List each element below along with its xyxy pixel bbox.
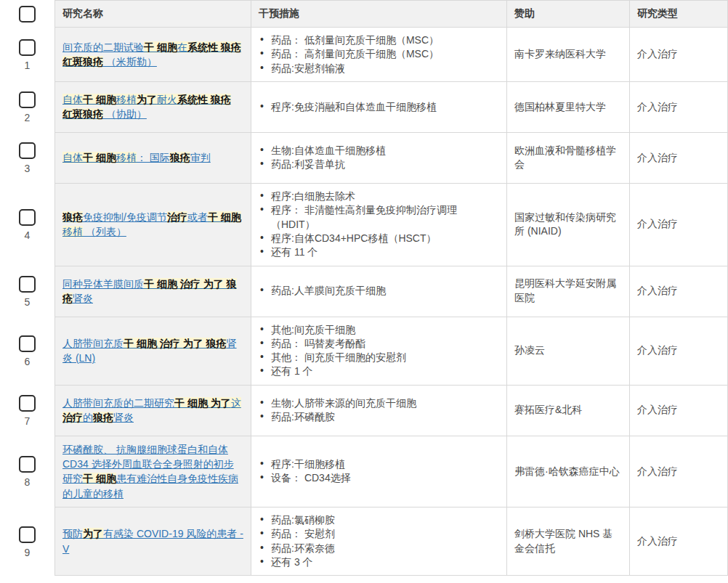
sponsor-name: 赛拓医疗&北科 — [514, 403, 582, 417]
study-title-link[interactable]: 自体干 细胞移植： 国际狼疮审判 — [62, 150, 211, 165]
row-select-cell: 3 — [0, 133, 54, 184]
highlighted-term: 干 细胞 — [208, 211, 241, 223]
highlighted-term: 狼疮 — [93, 412, 113, 423]
intervention-item: 生物:人脐带来源的间充质干细胞 — [259, 396, 416, 410]
highlighted-term: 狼疮 — [62, 211, 83, 223]
study-name-cell: 人脐带间充质干 细胞 治疗 为了 狼疮肾炎 (LN) — [54, 317, 251, 386]
title-text: 或者 — [187, 211, 208, 223]
table-row: 7人脐带间充质的二期研究干 细胞 为了这治疗的狼疮肾炎生物:人脐带来源的间充质干… — [0, 386, 728, 436]
study-title-link[interactable]: 自体干 细胞移植为了耐火系统性 狼疮 红斑狼疮 （协助） — [62, 92, 243, 122]
title-text: （列表） — [83, 226, 126, 237]
row-checkbox[interactable] — [19, 456, 36, 473]
title-text: 同种异体羊膜间质 — [62, 278, 144, 290]
column-header-study-type: 研究类型 — [629, 0, 728, 28]
intervention-item: 药品:利妥昔单抗 — [259, 158, 386, 171]
sponsor-name: 弗雷德·哈钦森癌症中心 — [514, 465, 620, 479]
row-checkbox[interactable] — [19, 209, 36, 226]
row-checkbox[interactable] — [19, 335, 36, 352]
interventions-cell: 程序:白细胞去除术程序： 非清髓性高剂量免疫抑制治疗调理（HDIT）程序:自体C… — [251, 184, 506, 266]
title-text: 肾炎 — [113, 412, 134, 423]
table-row: 3自体干 细胞移植： 国际狼疮审判生物:自体造血干细胞移植药品:利妥昔单抗欧洲血… — [0, 133, 728, 184]
study-name-cell: 狼疮免疫抑制/免疫调节治疗或者干 细胞移植 （列表） — [54, 184, 251, 266]
title-text: 肾炎 — [73, 293, 93, 304]
row-number: 5 — [25, 297, 31, 307]
row-checkbox[interactable] — [19, 91, 36, 108]
sponsor-name: 国家过敏和传染病研究所 (NIAID) — [514, 211, 622, 239]
study-name-cell: 预防为了有感染 COVID-19 风险的患者 -V — [54, 507, 251, 576]
table-row: 4狼疮免疫抑制/免疫调节治疗或者干 细胞移植 （列表）程序:白细胞去除术程序： … — [0, 184, 728, 266]
row-number: 3 — [25, 163, 31, 174]
title-text: 移植 — [116, 152, 137, 163]
row-checkbox[interactable] — [19, 39, 36, 56]
study-type: 介入治疗 — [637, 47, 678, 62]
table-header-row: 研究名称 干预措施 赞助 研究类型 — [0, 0, 728, 28]
row-select-cell: 9 — [0, 507, 54, 576]
row-number: 4 — [25, 230, 31, 240]
highlighted-term: 治疗 — [167, 211, 187, 223]
row-select-cell: 6 — [0, 317, 54, 386]
intervention-item: 药品:环索奈德 — [259, 542, 335, 555]
sponsor-cell: 欧洲血液和骨髓移植学会 — [506, 133, 629, 184]
interventions-list: 生物:自体造血干细胞移植药品:利妥昔单抗 — [259, 144, 386, 172]
study-name-cell: 环磷酰胺、 抗胸腺细胞球蛋白和自体 CD34 选择外周血联合全身照射的初步研究干… — [54, 436, 251, 507]
interventions-cell: 其他:间充质干细胞药品： 吗替麦考酚酯其他： 间充质干细胞的安慰剂还有 1 个 — [251, 317, 506, 386]
intervention-item: 还有 11 个 — [259, 245, 499, 259]
row-checkbox[interactable] — [19, 395, 36, 412]
title-text: 的 — [83, 412, 93, 423]
column-header-interventions: 干预措施 — [251, 0, 506, 28]
study-type: 介入治疗 — [637, 465, 678, 479]
intervention-item: 生物:自体造血干细胞移植 — [259, 144, 386, 158]
intervention-item: 药品： 安慰剂 — [259, 527, 335, 541]
row-checkbox[interactable] — [19, 276, 36, 293]
sponsor-name: 昆明医科大学延安附属医院 — [514, 277, 622, 305]
interventions-cell: 生物:自体造血干细胞移植药品:利妥昔单抗 — [251, 133, 506, 184]
row-select-cell: 2 — [0, 82, 54, 133]
sponsor-cell: 剑桥大学医院 NHS 基金会信托 — [506, 507, 629, 576]
intervention-item: 还有 3 个 — [259, 555, 335, 569]
interventions-list: 程序:白细胞去除术程序： 非清髓性高剂量免疫抑制治疗调理（HDIT）程序:自体C… — [259, 189, 499, 260]
study-type-cell: 介入治疗 — [629, 317, 728, 386]
study-type-cell: 介入治疗 — [629, 82, 728, 133]
study-title-link[interactable]: 同种异体羊膜间质干 细胞 治疗 为了 狼疮肾炎 — [62, 277, 243, 306]
study-title-link[interactable]: 间充质的二期试验干 细胞在系统性 狼疮 红斑狼疮 （米斯勒） — [62, 40, 243, 70]
intervention-item: 程序： 非清髓性高剂量免疫抑制治疗调理（HDIT） — [259, 203, 499, 232]
table-row: 1间充质的二期试验干 细胞在系统性 狼疮 红斑狼疮 （米斯勒）药品： 低剂量间充… — [0, 28, 728, 82]
select-all-checkbox[interactable] — [19, 6, 36, 23]
row-select-cell: 7 — [0, 386, 54, 436]
row-checkbox[interactable] — [19, 142, 36, 159]
interventions-cell: 程序:免疫消融和自体造血干细胞移植 — [251, 82, 506, 133]
study-title-link[interactable]: 预防为了有感染 COVID-19 风险的患者 -V — [62, 526, 243, 556]
table-body: 1间充质的二期试验干 细胞在系统性 狼疮 红斑狼疮 （米斯勒）药品： 低剂量间充… — [0, 28, 728, 576]
row-select-cell: 1 — [0, 28, 54, 82]
column-header-sponsor: 赞助 — [506, 0, 629, 28]
highlighted-term: 干 细胞 — [83, 94, 116, 105]
intervention-item: 设备： CD34选择 — [259, 471, 351, 485]
intervention-item: 药品： 吗替麦考酚酯 — [259, 337, 406, 351]
study-title-link[interactable]: 人脐带间充质干 细胞 治疗 为了 狼疮肾炎 (LN) — [62, 336, 243, 366]
row-number: 7 — [25, 416, 31, 426]
highlighted-term: 狼疮 — [170, 152, 190, 163]
title-text: 耐火 — [157, 94, 177, 105]
row-select-cell: 8 — [0, 436, 54, 507]
title-text: 这 — [231, 397, 241, 409]
study-type-cell: 介入治疗 — [629, 266, 728, 317]
title-text: 审判 — [190, 152, 211, 163]
intervention-item: 药品:环磷酰胺 — [259, 410, 416, 424]
sponsor-name: 欧洲血液和骨髓移植学会 — [514, 144, 622, 172]
title-text: 自体 — [62, 152, 83, 163]
interventions-cell: 药品:氯硝柳胺药品： 安慰剂药品:环索奈德还有 3 个 — [251, 507, 506, 576]
sponsor-cell: 昆明医科大学延安附属医院 — [506, 266, 629, 317]
study-type-cell: 介入治疗 — [629, 133, 728, 184]
table-row: 5同种异体羊膜间质干 细胞 治疗 为了 狼疮肾炎药品:人羊膜间充质干细胞昆明医科… — [0, 266, 728, 317]
study-title-link[interactable]: 狼疮免疫抑制/免疫调节治疗或者干 细胞移植 （列表） — [62, 210, 243, 240]
sponsor-name: 孙凌云 — [514, 343, 545, 358]
study-title-link[interactable]: 环磷酰胺、 抗胸腺细胞球蛋白和自体 CD34 选择外周血联合全身照射的初步研究干… — [62, 442, 243, 501]
title-text: 自体 — [62, 94, 83, 105]
title-text: 预防 — [62, 528, 83, 539]
sponsor-cell: 赛拓医疗&北科 — [506, 386, 629, 436]
highlighted-term: 为了 — [137, 94, 157, 105]
study-title-link[interactable]: 人脐带间充质的二期研究干 细胞 为了这治疗的狼疮肾炎 — [62, 396, 243, 425]
row-checkbox[interactable] — [19, 526, 36, 543]
study-type: 介入治疗 — [637, 217, 678, 232]
interventions-list: 药品:氯硝柳胺药品： 安慰剂药品:环索奈德还有 3 个 — [259, 513, 335, 569]
